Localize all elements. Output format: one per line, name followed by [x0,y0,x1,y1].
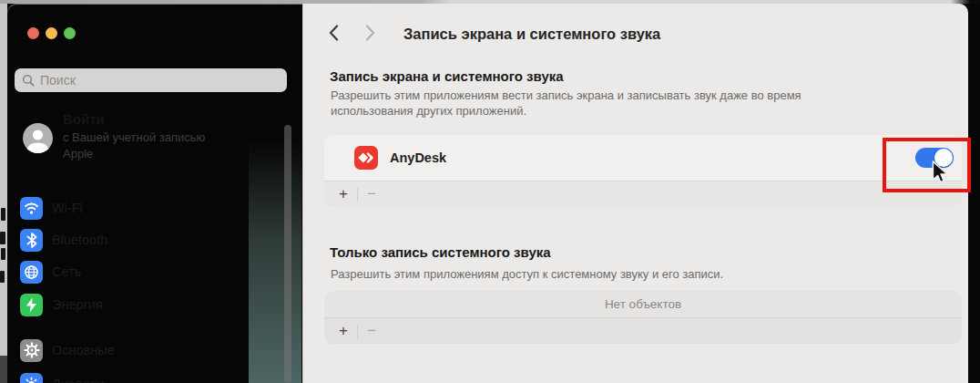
list-footer: + − [324,181,962,207]
close-button[interactable] [27,27,39,39]
system-settings-window: Поиск Войти с Вашей учетной записью Appl… [7,4,968,383]
chevron-left-icon [329,25,339,41]
empty-list-label: Нет объектов [605,297,681,311]
anydesk-icon [354,146,378,170]
settings-sidebar: Поиск Войти с Вашей учетной записью Appl… [7,4,303,383]
sidebar-item-wifi[interactable]: Wi-Fi [7,192,281,223]
globe-icon [20,261,43,284]
sign-in-subtitle-line1: с Вашей учетной записью [63,130,205,144]
minimize-button[interactable] [46,27,57,39]
sidebar-item-label: Основные [52,343,115,357]
brightness-icon [20,373,43,383]
page-title: Запись экрана и системного звука [403,26,660,43]
screen-recording-app-list: AnyDesk + − [324,135,962,207]
search-placeholder: Поиск [40,73,76,88]
audio-only-app-list: Нет объектов + − [324,291,962,344]
app-name: AnyDesk [390,150,446,165]
footer-divider [357,325,358,338]
sidebar-item-network[interactable]: Сеть [7,256,281,287]
empty-list-row: Нет объектов [324,291,962,317]
left-strip-mark [1,208,5,221]
bluetooth-icon [20,229,43,252]
chevron-right-icon [365,25,375,41]
settings-main-panel: Запись экрана и системного звука Запись … [303,4,968,383]
screen-recording-description: Разрешить этим приложениям вести запись … [331,88,923,119]
app-row-anydesk[interactable]: AnyDesk [324,135,962,181]
bolt-icon [20,294,43,316]
description-line2: использования других приложений. [331,104,526,118]
forward-button[interactable] [360,23,380,43]
footer-divider [357,188,358,202]
sign-in-title: Войти [63,111,254,127]
red-highlight-box [883,138,971,192]
sidebar-item-label: Энергия [52,297,103,312]
audio-only-description: Разрешить этим приложениям доступ к сист… [331,266,923,282]
back-button[interactable] [323,23,343,43]
wifi-icon [20,197,43,220]
sidebar-item-label: Wi-Fi [52,201,83,215]
audio-only-heading: Только запись системного звука [330,244,551,260]
sidebar-item-label: Bluetooth [52,233,107,247]
sidebar-item-bluetooth[interactable]: Bluetooth [7,224,281,255]
sidebar-item-label: Дисплеи [52,377,105,383]
desktop-left-strip [0,4,7,383]
add-app-button[interactable]: + [332,319,355,343]
sidebar-scrollbar[interactable] [284,125,291,383]
remove-app-button[interactable]: − [360,319,383,343]
sign-in-subtitle-line2: Apple [63,147,93,160]
mouse-cursor [931,160,949,188]
sidebar-item-displays[interactable]: Дисплеи [7,368,281,383]
person-icon [23,123,53,153]
search-icon [22,74,35,87]
sidebar-item-label: Сеть [52,264,81,279]
description-line1: Разрешить этим приложениям вести запись … [331,88,801,102]
left-strip-mark [0,232,5,244]
screen-recording-heading: Запись экрана и системного звука [330,68,564,84]
list-footer: + − [324,317,962,344]
sidebar-item-energy[interactable]: Энергия [7,289,281,320]
window-controls [27,27,76,39]
left-strip-mark [0,271,5,283]
add-app-button[interactable]: + [332,182,355,206]
search-input[interactable]: Поиск [15,68,287,92]
gear-icon [20,339,43,362]
left-strip-dark-block [0,356,7,383]
left-strip-mark [1,248,5,260]
sidebar-item-general[interactable]: Основные [7,335,281,366]
zoom-button[interactable] [64,27,76,39]
avatar [23,123,53,153]
screenshot-stage: Поиск Войти с Вашей учетной записью Appl… [0,0,980,383]
remove-app-button[interactable]: − [360,182,383,206]
sign-in-row[interactable]: Войти с Вашей учетной записью Apple [23,111,254,162]
